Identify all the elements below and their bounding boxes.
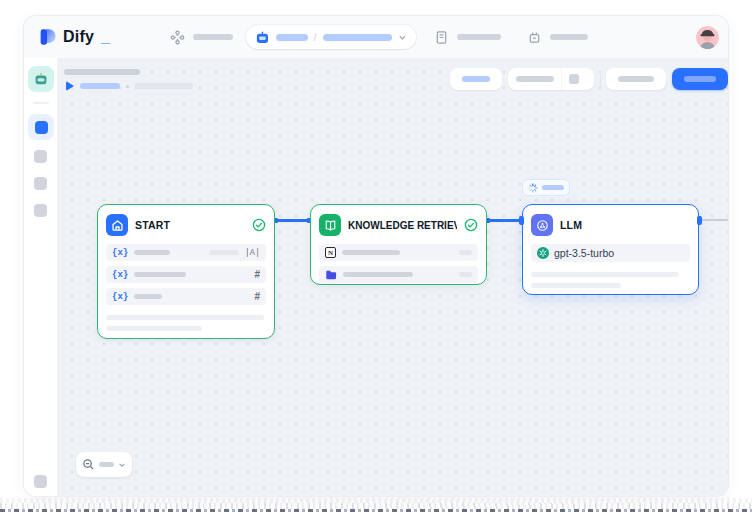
spinner-icon — [528, 183, 538, 193]
workflow-name-placeholder — [323, 34, 392, 41]
sidebar-item-4[interactable] — [34, 204, 47, 217]
start-node-tile — [106, 214, 128, 236]
sidebar-divider — [33, 102, 49, 104]
open-book-icon — [324, 219, 337, 232]
chevron-down-icon — [398, 33, 407, 42]
ai-circuit-icon — [536, 219, 549, 232]
node-knowledge-retrieval[interactable]: KNOWLEDGE RETRIEVAL N — [310, 204, 487, 285]
variable-row[interactable]: {x} # — [106, 288, 266, 305]
plugin-icon — [527, 30, 542, 45]
node-knowledge-header: KNOWLEDGE RETRIEVAL — [319, 213, 478, 237]
robot-icon — [255, 30, 270, 45]
knowledge-source-row[interactable]: N — [319, 244, 478, 261]
node-start[interactable]: START {x} |A| {x} — [97, 204, 275, 339]
source-name-placeholder — [343, 272, 413, 277]
variable-name-placeholder — [134, 250, 170, 255]
placeholder-bar — [550, 34, 588, 40]
workflow-breadcrumb — [66, 80, 193, 92]
llm-model-row[interactable]: gpt-3.5-turbo — [531, 244, 690, 262]
variable-icon: {x} — [112, 248, 128, 258]
variable-row[interactable]: {x} |A| — [106, 244, 266, 261]
left-sidebar — [24, 58, 58, 496]
sidebar-item-settings[interactable] — [34, 475, 47, 488]
user-avatar[interactable] — [696, 26, 719, 49]
openai-icon — [537, 247, 549, 259]
avatar-image — [696, 26, 719, 49]
dify-logo-icon — [37, 27, 57, 47]
app-window: Dify_ / — [24, 16, 728, 496]
number-type-icon: # — [254, 269, 260, 280]
workflow-title-placeholder — [64, 69, 140, 75]
llm-output-port[interactable] — [697, 216, 702, 225]
workflow-canvas[interactable]: START {x} |A| {x} — [58, 58, 728, 496]
placeholder-bar — [106, 315, 264, 320]
workflow-icon — [170, 30, 185, 45]
source-name-placeholder — [342, 250, 400, 255]
zoom-level-placeholder — [99, 462, 114, 467]
brand-cursor: _ — [101, 28, 110, 46]
node-title: LLM — [560, 219, 690, 231]
top-header: Dify_ / — [24, 16, 728, 58]
nav-item-docs[interactable] — [434, 16, 501, 58]
edge-start-to-knowledge[interactable] — [275, 219, 310, 222]
chevron-down-icon — [118, 461, 126, 469]
node-description-lines — [531, 272, 690, 288]
llm-running-badge — [522, 179, 570, 196]
workflow-icon-active — [35, 121, 48, 134]
number-type-icon: # — [254, 291, 260, 302]
node-title: START — [135, 219, 245, 231]
features-button[interactable] — [450, 68, 502, 90]
nav-item-explore[interactable] — [170, 16, 233, 58]
screenshot-stage: Dify_ / — [0, 0, 752, 512]
node-title: KNOWLEDGE RETRIEVAL — [348, 220, 457, 231]
placeholder-bar — [684, 76, 716, 82]
variable-row[interactable]: {x} # — [106, 266, 266, 283]
split-divider — [561, 68, 562, 90]
sidebar-item-assistant[interactable] — [28, 66, 54, 92]
notion-icon: N — [325, 247, 336, 258]
knowledge-node-tile — [319, 214, 341, 236]
placeholder-bar — [193, 34, 233, 40]
check-circle-icon — [252, 218, 266, 232]
status-placeholder — [542, 185, 564, 190]
placeholder-bar — [531, 283, 621, 288]
app-switcher[interactable]: / — [246, 25, 416, 49]
node-llm-header: LLM — [531, 213, 690, 237]
variable-icon: {x} — [112, 292, 128, 302]
play-icon[interactable] — [66, 81, 74, 91]
sidebar-item-3[interactable] — [34, 177, 47, 190]
placeholder-bar — [516, 76, 554, 82]
nav-item-plugins[interactable] — [527, 16, 588, 58]
edge-knowledge-to-llm[interactable] — [487, 219, 522, 222]
placeholder-bar — [618, 76, 654, 82]
checklist-button[interactable] — [606, 68, 666, 90]
placeholder-bar — [531, 272, 679, 277]
brand-name: Dify — [63, 28, 94, 46]
variable-value-placeholder — [209, 250, 239, 255]
variable-name-placeholder — [134, 294, 162, 299]
sidebar-item-workflow-selected[interactable] — [28, 114, 54, 140]
run-menu-square[interactable] — [569, 74, 579, 84]
run-split-button[interactable] — [508, 68, 594, 90]
knowledge-source-row[interactable] — [319, 266, 478, 283]
source-meta-placeholder — [459, 272, 472, 277]
dify-logo[interactable]: Dify_ — [37, 16, 110, 58]
breadcrumb-separator: / — [314, 31, 317, 43]
check-circle-icon — [464, 218, 478, 232]
node-llm[interactable]: LLM gpt-3.5-turbo — [522, 204, 699, 295]
start-variable-list: {x} |A| {x} # {x} — [106, 244, 266, 305]
sidebar-item-2[interactable] — [34, 150, 47, 163]
placeholder-bar — [106, 326, 202, 331]
publish-button[interactable] — [672, 68, 728, 90]
edge-llm-to-next[interactable] — [702, 219, 728, 221]
placeholder-bar — [135, 83, 193, 89]
zoom-control[interactable] — [76, 452, 132, 477]
model-name: gpt-3.5-turbo — [554, 247, 614, 259]
folder-icon — [325, 269, 337, 281]
zoom-out-icon — [82, 458, 95, 471]
llm-node-tile — [531, 214, 553, 236]
llm-input-port[interactable] — [519, 216, 524, 225]
placeholder-bar — [80, 83, 120, 89]
docs-icon — [434, 30, 449, 45]
assistant-robot-icon — [33, 71, 49, 87]
